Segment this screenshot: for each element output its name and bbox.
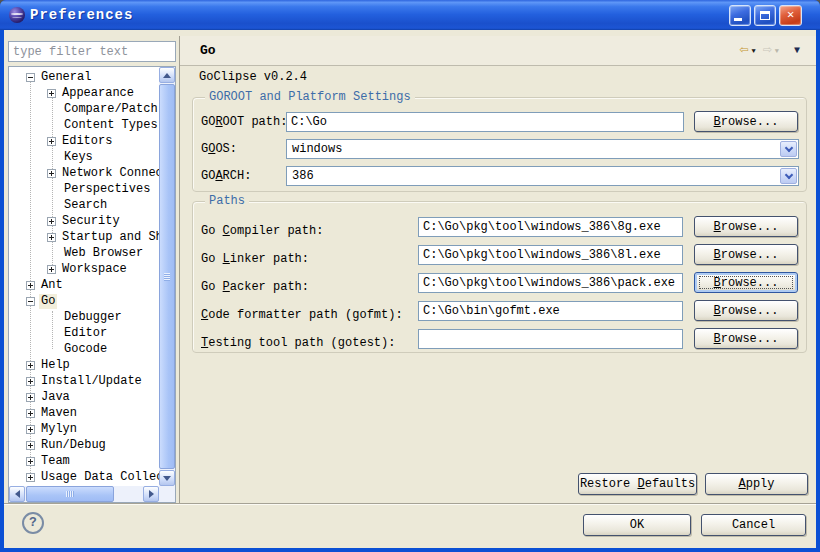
scroll-up-button[interactable]: [159, 67, 175, 83]
tree-item-editors[interactable]: Editors: [9, 133, 159, 149]
go-packer-browse-button[interactable]: Browse...: [694, 272, 798, 293]
forward-history-dropdown-icon: ▼: [775, 48, 779, 55]
view-menu-icon[interactable]: ▼: [794, 45, 800, 56]
group-goroot-platform-settings: GOROOT and Platform Settings GOROOT path…: [192, 97, 807, 192]
tree-item-editor[interactable]: Editor: [9, 325, 159, 341]
goos-combo-value: windows: [292, 141, 342, 157]
tree-item-run-debug[interactable]: Run/Debug: [9, 437, 159, 453]
group-paths: Paths Go Compiler path: Browse... Go Lin…: [192, 201, 807, 353]
expand-icon[interactable]: [26, 377, 35, 386]
go-packer-path-label: Go Packer path:: [201, 280, 309, 294]
tree-item-compare-patch[interactable]: Compare/Patch: [9, 101, 159, 117]
help-button[interactable]: ?: [22, 512, 44, 534]
tree-item-usage-data-collection[interactable]: Usage Data Collect: [9, 469, 159, 485]
goos-combo-arrow-button[interactable]: [780, 141, 797, 157]
tree-horizontal-scrollbar[interactable]: [9, 486, 159, 502]
expand-icon[interactable]: [26, 393, 35, 402]
expand-icon[interactable]: [47, 217, 56, 226]
go-packer-path-input[interactable]: [418, 273, 683, 293]
cancel-button[interactable]: Cancel: [701, 514, 806, 536]
expand-icon[interactable]: [26, 425, 35, 434]
expand-icon[interactable]: [47, 265, 56, 274]
ok-button[interactable]: OK: [583, 514, 691, 536]
expand-icon[interactable]: [47, 233, 56, 242]
collapse-icon[interactable]: [26, 297, 35, 306]
tree-item-workspace[interactable]: Workspace: [9, 261, 159, 277]
tree-item-web-browser[interactable]: Web Browser: [9, 245, 159, 261]
tree-item-go[interactable]: Go: [9, 293, 159, 309]
goos-combo[interactable]: windows: [286, 139, 799, 159]
tree-item-team[interactable]: Team: [9, 453, 159, 469]
tree-item-maven[interactable]: Maven: [9, 405, 159, 421]
expand-icon[interactable]: [26, 281, 35, 290]
go-compiler-path-input[interactable]: [418, 217, 683, 237]
panel-divider[interactable]: [179, 36, 180, 503]
goarch-combo[interactable]: 386: [286, 166, 799, 186]
preferences-window: Preferences ✕ General Appearance Compare…: [0, 0, 820, 552]
close-button[interactable]: ✕: [779, 5, 802, 26]
plugin-version-text: GoClipse v0.2.4: [199, 70, 307, 84]
tree-item-keys[interactable]: Keys: [9, 149, 159, 165]
scroll-right-button[interactable]: [143, 486, 159, 502]
tree-item-gocode[interactable]: Gocode: [9, 341, 159, 357]
expand-icon[interactable]: [26, 457, 35, 466]
tree-item-help[interactable]: Help: [9, 357, 159, 373]
tree-item-java[interactable]: Java: [9, 389, 159, 405]
tree-item-security[interactable]: Security: [9, 213, 159, 229]
maximize-button[interactable]: [754, 5, 776, 26]
expand-icon[interactable]: [47, 89, 56, 98]
scroll-left-button[interactable]: [9, 486, 25, 502]
testing-tool-browse-button[interactable]: Browse...: [694, 328, 798, 349]
back-history-dropdown-icon[interactable]: ▼: [752, 48, 756, 55]
expand-icon[interactable]: [26, 473, 35, 482]
tree-item-ant[interactable]: Ant: [9, 277, 159, 293]
page-title: Go: [200, 36, 216, 65]
tree-item-network-connections[interactable]: Network Connect: [9, 165, 159, 181]
chevron-down-icon: [784, 170, 792, 178]
maximize-icon: [760, 11, 770, 20]
tree-item-install-update[interactable]: Install/Update: [9, 373, 159, 389]
goos-label: GOOS:: [201, 142, 237, 156]
go-compiler-path-label: Go Compiler path:: [201, 224, 323, 238]
minimize-button[interactable]: [729, 5, 751, 26]
expand-icon[interactable]: [47, 137, 56, 146]
go-compiler-browse-button[interactable]: Browse...: [694, 216, 798, 237]
expand-icon[interactable]: [26, 409, 35, 418]
go-linker-browse-button[interactable]: Browse...: [694, 244, 798, 265]
go-linker-path-label: Go Linker path:: [201, 252, 309, 266]
tree-item-startup-and-shutdown[interactable]: Startup and Shu: [9, 229, 159, 245]
collapse-icon[interactable]: [26, 73, 35, 82]
horizontal-scroll-thumb[interactable]: [26, 486, 114, 502]
scroll-down-button[interactable]: [159, 470, 175, 486]
go-linker-path-input[interactable]: [418, 245, 683, 265]
tree-item-content-types[interactable]: Content Types: [9, 117, 159, 133]
tree-item-search[interactable]: Search: [9, 197, 159, 213]
tree-item-perspectives[interactable]: Perspectives: [9, 181, 159, 197]
tree-vertical-scrollbar[interactable]: [159, 67, 175, 486]
code-formatter-browse-button[interactable]: Browse...: [694, 300, 798, 321]
arrow-down-icon: [163, 476, 171, 481]
eclipse-logo-icon: [9, 7, 25, 23]
filter-input[interactable]: [8, 41, 176, 62]
tree-item-appearance[interactable]: Appearance: [9, 85, 159, 101]
goarch-combo-arrow-button[interactable]: [780, 168, 797, 184]
restore-defaults-button[interactable]: Restore Defaults: [578, 473, 697, 495]
expand-icon[interactable]: [26, 441, 35, 450]
vertical-scroll-thumb[interactable]: [159, 84, 175, 469]
apply-button[interactable]: Apply: [705, 473, 808, 495]
testing-tool-path-input[interactable]: [418, 329, 683, 349]
group-title: GOROOT and Platform Settings: [205, 90, 415, 104]
group-title: Paths: [205, 194, 249, 208]
goroot-path-input[interactable]: [286, 112, 684, 132]
tree-item-mylyn[interactable]: Mylyn: [9, 421, 159, 437]
tree-item-general[interactable]: General: [9, 69, 159, 85]
titlebar[interactable]: Preferences ✕: [0, 0, 820, 30]
button-bar-separator-highlight: [4, 504, 816, 505]
tree-item-debugger[interactable]: Debugger: [9, 309, 159, 325]
expand-icon[interactable]: [26, 361, 35, 370]
back-icon[interactable]: ⇦: [740, 43, 749, 58]
arrow-left-icon: [15, 490, 20, 498]
expand-icon[interactable]: [47, 169, 56, 178]
code-formatter-path-input[interactable]: [418, 301, 683, 321]
goroot-browse-button[interactable]: Browse...: [694, 111, 798, 132]
